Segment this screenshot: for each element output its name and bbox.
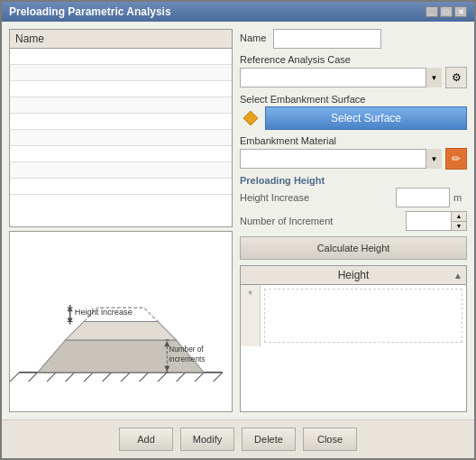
modify-button[interactable]: Modify — [180, 428, 234, 451]
calculate-height-button[interactable]: Calculate Height — [240, 236, 467, 260]
close-button[interactable]: Close — [303, 428, 357, 451]
table-row[interactable] — [10, 81, 232, 97]
name-table-rows — [10, 49, 232, 195]
number-of-increment-spinner: 1 ▲ ▼ — [406, 211, 467, 231]
number-of-increment-input[interactable]: 1 — [406, 211, 451, 231]
svg-line-7 — [121, 373, 130, 382]
left-panel: Name — [9, 29, 233, 412]
embankment-material-edit-button[interactable]: ✏ — [445, 148, 467, 170]
name-input[interactable] — [273, 29, 381, 49]
select-surface-section: Select Embankment Surface Select Surface — [240, 94, 467, 130]
height-increase-input[interactable]: 0 — [396, 188, 450, 207]
preloading-height-section: Preloading Height Height Increase 0 m Nu… — [240, 175, 467, 260]
bottom-bar: Add Modify Delete Close — [2, 419, 474, 458]
reference-analysis-input[interactable] — [240, 68, 442, 87]
svg-marker-26 — [68, 306, 73, 311]
reference-analysis-dropdown-wrapper: ▼ — [240, 68, 442, 87]
svg-line-4 — [66, 373, 75, 382]
embankment-material-label: Embankment Material — [240, 135, 467, 146]
title-bar: Preloading Parametric Analysis _ □ ✕ — [2, 2, 474, 22]
embankment-diagram: Height increase Number of increments — [10, 232, 232, 411]
svg-line-3 — [47, 373, 56, 382]
table-row[interactable] — [10, 162, 232, 179]
embankment-material-section: Embankment Material ▼ ✏ — [240, 135, 467, 170]
reference-analysis-section: Reference Analysis Case ▼ ⚙ — [240, 54, 467, 88]
reference-analysis-settings-button[interactable]: ⚙ — [445, 67, 467, 88]
minimize-button[interactable]: _ — [426, 6, 438, 17]
svg-line-12 — [214, 373, 223, 382]
maximize-button[interactable]: □ — [440, 6, 453, 17]
name-column-header: Name — [10, 30, 232, 49]
number-of-increment-row: Number of Increment 1 ▲ ▼ — [240, 211, 467, 231]
content-area: Name — [2, 22, 474, 419]
sort-ascending-icon: ▲ — [453, 271, 462, 281]
height-increase-unit: m — [453, 192, 467, 203]
select-surface-row: Select Surface — [240, 106, 467, 130]
embankment-material-row: ▼ ✏ — [240, 148, 467, 170]
right-panel: Name Reference Analysis Case ▼ ⚙ — [240, 29, 467, 412]
number-of-increment-label: Number of Increment — [240, 216, 333, 226]
svg-marker-14 — [66, 322, 177, 341]
svg-line-2 — [29, 373, 38, 382]
chevron-down-icon: ▼ — [431, 155, 438, 163]
delete-button[interactable]: Delete — [242, 428, 296, 451]
embankment-material-input[interactable] — [240, 149, 442, 169]
table-row[interactable] — [10, 65, 232, 81]
name-label: Name — [240, 32, 266, 43]
spinner-buttons: ▲ ▼ — [451, 211, 467, 231]
spinner-up-button[interactable]: ▲ — [452, 212, 466, 222]
svg-line-6 — [103, 373, 112, 382]
window-title: Preloading Parametric Analysis — [9, 5, 171, 18]
svg-text:Number of: Number of — [169, 345, 204, 354]
diagram-area: Height increase Number of increments — [9, 231, 233, 412]
svg-line-1 — [10, 373, 19, 382]
embankment-material-dropdown-wrapper: ▼ — [240, 149, 442, 169]
table-row[interactable] — [10, 130, 232, 146]
preloading-height-label: Preloading Height — [240, 175, 467, 186]
spinner-down-button[interactable]: ▼ — [452, 222, 466, 231]
table-row[interactable] — [10, 146, 232, 162]
diamond-icon — [240, 106, 261, 130]
select-surface-button[interactable]: Select Surface — [265, 106, 467, 130]
row-header-column: * — [241, 285, 261, 346]
window-controls: _ □ ✕ — [426, 6, 467, 17]
embankment-material-dropdown-arrow[interactable]: ▼ — [426, 149, 442, 169]
settings-icon: ⚙ — [452, 71, 462, 84]
table-row[interactable] — [10, 97, 232, 114]
svg-marker-30 — [243, 111, 258, 125]
svg-marker-27 — [68, 317, 73, 323]
svg-text:Height increase: Height increase — [75, 308, 133, 317]
main-window: Preloading Parametric Analysis _ □ ✕ Nam… — [0, 0, 476, 460]
edit-icon: ✏ — [452, 152, 461, 165]
svg-line-9 — [158, 373, 167, 382]
height-table-header: Height ▲ — [241, 266, 466, 285]
chevron-down-icon: ▼ — [431, 74, 438, 82]
table-row[interactable] — [10, 114, 232, 130]
svg-line-8 — [140, 373, 149, 382]
table-row[interactable] — [10, 179, 232, 195]
table-row[interactable] — [10, 49, 232, 65]
close-window-button[interactable]: ✕ — [454, 6, 467, 17]
svg-line-11 — [195, 373, 204, 382]
height-column-label: Height — [338, 269, 370, 281]
reference-analysis-dropdown-arrow[interactable]: ▼ — [426, 68, 442, 87]
svg-line-10 — [177, 373, 186, 382]
height-data-column[interactable] — [264, 289, 462, 343]
asterisk-icon: * — [248, 289, 252, 301]
height-increase-row: Height Increase 0 m — [240, 188, 467, 207]
reference-analysis-label: Reference Analysis Case — [240, 54, 467, 65]
svg-text:increments: increments — [169, 355, 205, 363]
reference-analysis-row: ▼ ⚙ — [240, 67, 467, 88]
name-table: Name — [9, 29, 233, 227]
svg-line-5 — [84, 373, 93, 382]
height-table: Height ▲ * — [240, 265, 467, 412]
height-increase-label: Height Increase — [240, 192, 330, 203]
height-table-body: * — [241, 285, 466, 346]
select-surface-label: Select Embankment Surface — [240, 94, 467, 105]
name-row: Name — [240, 29, 467, 49]
add-button[interactable]: Add — [119, 428, 173, 451]
